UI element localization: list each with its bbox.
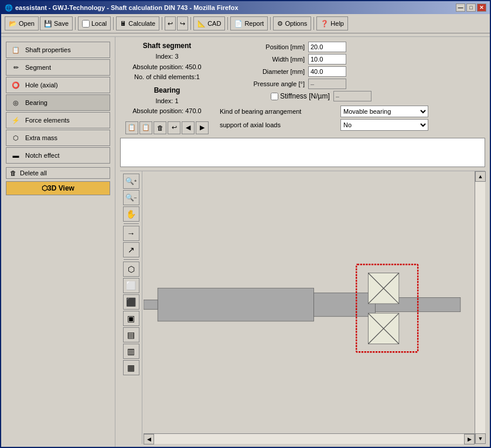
bearing-title: Bearing xyxy=(120,86,214,94)
sub-paste-button[interactable]: 📋 xyxy=(139,121,152,134)
sidebar-item-hole-axial[interactable]: ⭕ Hole (axial) xyxy=(6,77,110,93)
arrangement-select[interactable]: Movable bearing Fixed bearing Free beari… xyxy=(340,106,428,117)
calculate-icon: 🖩 xyxy=(120,20,127,27)
box5-tool[interactable]: ▥ xyxy=(123,344,139,359)
report-button[interactable]: 📄 Report xyxy=(230,16,268,30)
width-row: Width [mm] xyxy=(220,54,485,65)
stiffness-checkbox[interactable] xyxy=(271,93,278,100)
canvas-tools: 🔍+ 🔍– ✋ → ↗ ⬡ ⬜ ⬛ ▣ ▤ ▥ ▦ xyxy=(120,171,142,444)
shaft-drawing xyxy=(144,171,475,433)
local-checkbox[interactable] xyxy=(82,20,90,28)
undo-icon: ↩ xyxy=(168,20,173,28)
calculate-button[interactable]: 🖩 Calculate xyxy=(116,16,159,30)
properties-panel: Position [mm] Width [mm] Diameter [mm] xyxy=(220,42,485,134)
close-button[interactable]: ✕ xyxy=(477,4,486,12)
local-checkbox-label[interactable]: Local xyxy=(78,16,111,30)
axial-label: support of axial loads xyxy=(220,121,337,128)
bearing-abs-pos: Absolute position: 470.0 xyxy=(120,106,214,117)
open-button[interactable]: 📂 Open xyxy=(5,16,39,30)
width-input[interactable] xyxy=(308,54,346,65)
content-panel: Shaft segment Index: 3 Absolute position… xyxy=(115,37,490,448)
toolbar-sep-7 xyxy=(313,17,314,30)
width-label: Width [mm] xyxy=(220,56,305,63)
hole-icon: ⭕ xyxy=(10,79,22,91)
zoom-out-tool[interactable]: 🔍– xyxy=(123,190,139,205)
arrangement-row: Kind of bearing arrangement Movable bear… xyxy=(220,106,485,117)
scroll-up-button[interactable]: ▲ xyxy=(475,171,486,182)
toolbar-sep-6 xyxy=(270,17,271,30)
stiffness-input[interactable] xyxy=(333,91,371,101)
sub-prev-button[interactable]: ◀ xyxy=(182,121,195,134)
help-icon: ❓ xyxy=(320,20,329,28)
redo-icon: ↪ xyxy=(180,20,185,28)
sub-next-button[interactable]: ▶ xyxy=(196,121,209,134)
title-bar-controls: — □ ✕ xyxy=(456,4,486,12)
scroll-right-button[interactable]: ▶ xyxy=(464,434,475,444)
tool-sep-1 xyxy=(124,223,139,224)
redo-button[interactable]: ↪ xyxy=(177,16,188,30)
shaft-properties-icon: 📋 xyxy=(10,44,22,56)
options-button[interactable]: ⚙ Options xyxy=(273,16,311,30)
arrow-right-tool[interactable]: → xyxy=(123,226,139,241)
box4-tool[interactable]: ▤ xyxy=(123,327,139,342)
diameter-input[interactable] xyxy=(308,66,346,77)
maximize-button[interactable]: □ xyxy=(466,4,476,12)
axial-select[interactable]: No Yes xyxy=(340,119,428,131)
axial-row: support of axial loads No Yes xyxy=(220,119,485,131)
sub-copy-button[interactable]: 📋 xyxy=(125,121,138,134)
cad-icon: 📐 xyxy=(197,20,206,28)
scroll-v-track[interactable] xyxy=(475,182,485,433)
view3d-icon: ⬡ xyxy=(42,184,47,192)
cad-button[interactable]: 📐 CAD xyxy=(193,16,225,30)
sidebar-item-force-elements[interactable]: ⚡ Force elements xyxy=(6,112,110,128)
window: 🌐 eassistant - GWJ-Technology - Shaft ca… xyxy=(0,0,491,448)
delete-icon: 🗑 xyxy=(10,169,16,177)
main-toolbar: 📂 Open 💾 Save Local 🖩 Calculate ↩ ↪ 📐 CA… xyxy=(1,14,490,33)
title-bar: 🌐 eassistant - GWJ-Technology - Shaft ca… xyxy=(1,1,490,14)
scroll-h-inner: ◀ ▶ xyxy=(144,434,475,444)
arrow-diag-tool[interactable]: ↗ xyxy=(123,242,139,257)
sidebar-item-notch-effect[interactable]: ▬ Notch effect xyxy=(6,147,110,164)
view3d-button[interactable]: ⬡ 3D View xyxy=(6,181,110,195)
sub-toolbar: 📋 📋 🗑 ↩ ◀ ▶ xyxy=(120,121,214,134)
3d-box-tool[interactable]: ⬡ xyxy=(123,262,139,277)
report-icon: 📄 xyxy=(234,20,243,28)
scroll-h-track[interactable] xyxy=(154,434,464,444)
shaft-svg xyxy=(144,171,475,433)
tool-sep-2 xyxy=(124,259,139,260)
scroll-down-button[interactable]: ▼ xyxy=(475,433,486,444)
sub-delete-button[interactable]: 🗑 xyxy=(154,121,166,134)
toolbar-sep-3 xyxy=(162,17,162,30)
shaft-left-end xyxy=(144,300,158,309)
zoom-in-tool[interactable]: 🔍+ xyxy=(123,174,139,189)
delete-all-button[interactable]: 🗑 Delete all xyxy=(6,167,110,179)
box6-tool[interactable]: ▦ xyxy=(123,360,139,375)
position-input[interactable] xyxy=(308,42,346,52)
options-icon: ⚙ xyxy=(277,20,283,28)
minimize-button[interactable]: — xyxy=(456,4,465,12)
sidebar-item-bearing[interactable]: ◎ Bearing xyxy=(6,94,110,111)
main-container: 📋 Shaft properties ✏ Segment ⭕ Hole (axi… xyxy=(1,37,490,448)
scroll-left-button[interactable]: ◀ xyxy=(144,434,154,444)
open-icon: 📂 xyxy=(9,20,17,28)
box-tool[interactable]: ⬜ xyxy=(123,278,139,293)
sidebar-item-shaft-properties[interactable]: 📋 Shaft properties xyxy=(6,42,110,58)
box3-tool[interactable]: ▣ xyxy=(123,311,139,326)
pan-tool[interactable]: ✋ xyxy=(123,206,139,222)
sidebar-item-segment[interactable]: ✏ Segment xyxy=(6,59,110,76)
save-button[interactable]: 💾 Save xyxy=(40,16,73,30)
pressure-input[interactable] xyxy=(308,79,346,89)
undo-button[interactable]: ↩ xyxy=(165,16,176,30)
sub-undo-button[interactable]: ↩ xyxy=(168,121,180,134)
box2-tool[interactable]: ⬛ xyxy=(123,294,139,310)
toolbar-sep-1 xyxy=(75,17,76,30)
sidebar-item-extra-mass[interactable]: ⬡ Extra mass xyxy=(6,130,110,146)
shaft-segment-title: Shaft segment xyxy=(120,42,214,50)
help-button[interactable]: ❓ Help xyxy=(316,16,348,30)
segment-abs-pos: Absolute position: 450.0 xyxy=(120,62,214,73)
bearing-icon: ◎ xyxy=(10,97,22,108)
stiffness-label: Stiffness [N/µm] xyxy=(280,92,330,100)
segment-child: No. of child elements:1 xyxy=(120,72,214,83)
info-textarea[interactable] xyxy=(120,138,485,167)
toolbar-sep-5 xyxy=(227,17,228,30)
